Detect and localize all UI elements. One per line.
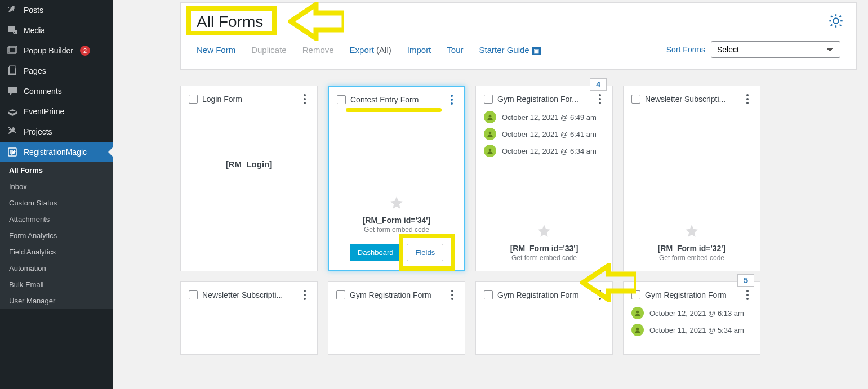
event-icon bbox=[7, 106, 18, 117]
pin-icon bbox=[7, 5, 18, 16]
entry-timestamp: October 12, 2021 @ 6:41 am bbox=[502, 130, 597, 138]
entry-timestamp: October 12, 2021 @ 6:34 am bbox=[502, 147, 597, 155]
sidebar-item-popup-builder[interactable]: Popup Builder2 bbox=[0, 41, 113, 61]
more-options-icon[interactable] bbox=[447, 95, 456, 105]
submenu-user-manager[interactable]: User Manager bbox=[0, 293, 113, 309]
user-avatar-icon bbox=[631, 307, 644, 319]
form-checkbox[interactable] bbox=[484, 290, 493, 299]
submenu-bulk-email[interactable]: Bulk Email bbox=[0, 276, 113, 293]
sort-select[interactable]: Select bbox=[711, 41, 840, 58]
star-icon[interactable] bbox=[389, 195, 404, 212]
submenu-all-forms[interactable]: All Forms bbox=[0, 162, 113, 178]
svg-point-7 bbox=[489, 115, 492, 118]
more-options-icon[interactable] bbox=[595, 290, 604, 300]
shortcode: [RM_Form id='33'] bbox=[510, 244, 578, 253]
form-checkbox[interactable] bbox=[631, 290, 640, 299]
form-title: Login Form bbox=[202, 95, 296, 104]
shortcode: [RM_Form id='32'] bbox=[658, 244, 726, 253]
form-checkbox[interactable] bbox=[337, 95, 346, 104]
user-avatar-icon bbox=[484, 111, 496, 123]
entry-row[interactable]: October 12, 2021 @ 6:34 am bbox=[484, 145, 604, 157]
sort-label: Sort Forms bbox=[666, 45, 705, 54]
svg-point-6 bbox=[833, 18, 838, 23]
sidebar-item-posts[interactable]: Posts bbox=[0, 0, 113, 20]
shortcode: [RM_Login] bbox=[189, 159, 309, 169]
submenu-attachments[interactable]: Attachments bbox=[0, 211, 113, 227]
form-title: Gym Registration Form bbox=[350, 290, 443, 299]
embed-code-link[interactable]: Get form embed code bbox=[511, 254, 577, 262]
svg-point-10 bbox=[636, 311, 639, 314]
more-options-icon[interactable] bbox=[448, 290, 457, 300]
svg-point-9 bbox=[489, 149, 492, 151]
tour-link[interactable]: Tour bbox=[447, 45, 463, 55]
form-title: Gym Registration Form bbox=[645, 290, 738, 299]
more-options-icon[interactable] bbox=[595, 94, 604, 104]
entry-timestamp: October 12, 2021 @ 6:13 am bbox=[649, 309, 744, 318]
form-title: Gym Registration Form bbox=[497, 290, 591, 299]
form-title: Newsletter Subscripti... bbox=[645, 95, 738, 104]
page-title: All Forms bbox=[197, 13, 840, 31]
main-content: All Forms New Form Duplicate Remove Expo… bbox=[113, 0, 868, 389]
form-checkbox[interactable] bbox=[484, 95, 493, 104]
embed-code-link[interactable]: Get form embed code bbox=[364, 226, 429, 234]
sidebar-item-label: Comments bbox=[24, 87, 62, 96]
sidebar-item-media[interactable]: Media bbox=[0, 20, 113, 41]
form-card: Newsletter Subscripti... bbox=[180, 281, 318, 355]
form-checkbox[interactable] bbox=[189, 290, 198, 299]
star-icon[interactable] bbox=[537, 223, 551, 240]
shortcode: [RM_Form id='34'] bbox=[363, 216, 431, 225]
fields-button[interactable]: Fields bbox=[407, 244, 443, 261]
dashboard-button[interactable]: Dashboard bbox=[350, 244, 402, 261]
duplicate-link[interactable]: Duplicate bbox=[251, 45, 287, 55]
entry-row[interactable]: October 12, 2021 @ 6:49 am bbox=[484, 111, 604, 123]
entry-row[interactable]: October 12, 2021 @ 6:13 am bbox=[631, 307, 752, 319]
submenu-form-analytics[interactable]: Form Analytics bbox=[0, 227, 113, 244]
new-form-link[interactable]: New Form bbox=[197, 45, 235, 55]
starter-guide-link[interactable]: Starter Guide ▣ bbox=[479, 45, 540, 55]
export-link[interactable]: Export (All) bbox=[350, 45, 391, 55]
remove-link[interactable]: Remove bbox=[302, 45, 334, 55]
entry-timestamp: October 12, 2021 @ 6:49 am bbox=[502, 113, 597, 122]
sidebar-item-eventprime[interactable]: EventPrime bbox=[0, 101, 113, 122]
form-card: Newsletter Subscripti...[RM_Form id='32'… bbox=[623, 86, 760, 271]
settings-gear-icon[interactable] bbox=[828, 13, 844, 29]
sidebar-item-label: Pages bbox=[24, 66, 46, 75]
form-card: Login Form[RM_Login] bbox=[180, 86, 318, 271]
embed-code-link[interactable]: Get form embed code bbox=[659, 254, 724, 262]
more-options-icon[interactable] bbox=[300, 290, 309, 300]
entry-row[interactable]: October 11, 2021 @ 5:34 am bbox=[631, 324, 752, 336]
admin-sidebar: PostsMediaPopup Builder2PagesCommentsEve… bbox=[0, 0, 113, 389]
sidebar-item-registrationmagic[interactable]: RegistrationMagic bbox=[0, 142, 113, 162]
sidebar-item-projects[interactable]: Projects bbox=[0, 122, 113, 142]
star-icon[interactable] bbox=[684, 223, 699, 240]
user-avatar-icon bbox=[484, 145, 496, 157]
import-link[interactable]: Import bbox=[407, 45, 431, 55]
more-options-icon[interactable] bbox=[743, 290, 752, 300]
form-card: Contest Entry Form[RM_Form id='34']Get f… bbox=[328, 86, 465, 271]
pin-icon bbox=[7, 126, 18, 137]
user-avatar-icon bbox=[631, 324, 644, 336]
form-checkbox[interactable] bbox=[336, 290, 345, 299]
sidebar-item-comments[interactable]: Comments bbox=[0, 81, 113, 101]
more-options-icon[interactable] bbox=[743, 94, 752, 104]
form-card: 5Gym Registration FormOctober 12, 2021 @… bbox=[623, 281, 760, 355]
form-checkbox[interactable] bbox=[189, 95, 198, 104]
submenu-field-analytics[interactable]: Field Analytics bbox=[0, 244, 113, 260]
sidebar-item-label: EventPrime bbox=[24, 107, 64, 116]
more-options-icon[interactable] bbox=[300, 94, 309, 104]
submenu-automation[interactable]: Automation bbox=[0, 260, 113, 276]
submenu-inbox[interactable]: Inbox bbox=[0, 178, 113, 195]
svg-rect-4 bbox=[10, 66, 15, 74]
submenu-custom-status[interactable]: Custom Status bbox=[0, 195, 113, 211]
comment-icon bbox=[7, 86, 18, 97]
badge-count: 2 bbox=[80, 46, 90, 56]
sidebar-item-pages[interactable]: Pages bbox=[0, 61, 113, 81]
svg-point-0 bbox=[13, 30, 17, 34]
form-icon bbox=[7, 146, 18, 158]
entry-row[interactable]: October 12, 2021 @ 6:41 am bbox=[484, 128, 604, 140]
page-header-panel: All Forms New Form Duplicate Remove Expo… bbox=[180, 2, 857, 70]
form-card: Gym Registration Form bbox=[328, 281, 465, 355]
page-icon bbox=[7, 65, 18, 77]
form-title: Newsletter Subscripti... bbox=[202, 290, 296, 299]
form-checkbox[interactable] bbox=[631, 95, 640, 104]
